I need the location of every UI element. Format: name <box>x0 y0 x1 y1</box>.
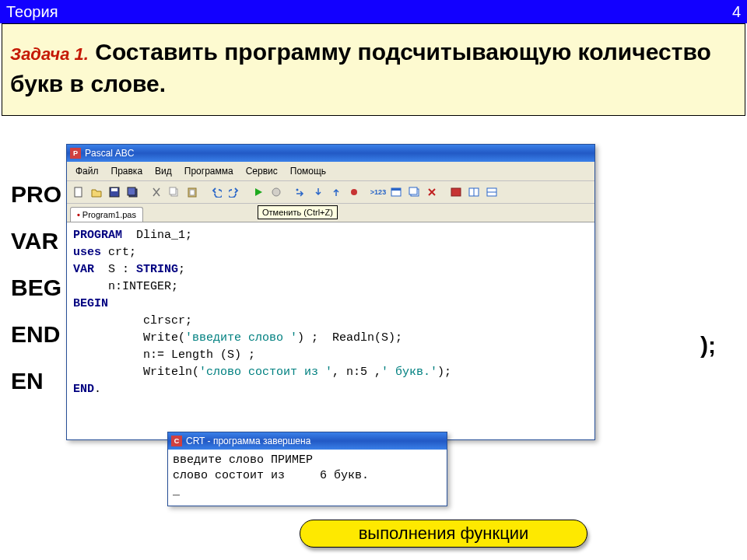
ide-window: P Pascal ABC Файл Правка Вид Программа С… <box>66 144 595 440</box>
ide-menubar: Файл Правка Вид Программа Сервис Помощь <box>67 162 594 181</box>
console-titlebar[interactable]: C CRT - программа завершена <box>168 432 447 450</box>
close-window-icon[interactable] <box>423 184 440 201</box>
pascal-abc-icon: P <box>70 148 81 159</box>
bg-fragment-paren: ); <box>700 332 716 359</box>
svg-rect-2 <box>111 188 117 191</box>
task-description: Составить программу подсчитывающую колич… <box>10 39 711 96</box>
multi-window-icon[interactable] <box>405 184 423 201</box>
panel-icon-1[interactable] <box>447 184 465 201</box>
save-icon[interactable] <box>106 184 123 201</box>
window-icon[interactable] <box>388 184 405 201</box>
ide-titlebar[interactable]: P Pascal ABC <box>67 145 594 162</box>
step-over-icon[interactable] <box>292 184 309 201</box>
step-out-icon[interactable] <box>328 184 345 201</box>
bottom-caption-pill: выполнения функции <box>300 520 587 548</box>
menu-view[interactable]: Вид <box>149 164 177 178</box>
ide-title: Pascal ABC <box>85 148 134 159</box>
run-icon[interactable] <box>250 184 267 201</box>
editor-tab[interactable]: •Program1.pas <box>70 207 143 222</box>
panel-icon-3[interactable] <box>483 184 500 201</box>
menu-service[interactable]: Сервис <box>240 164 283 178</box>
ide-toolbar: >123 <box>67 181 594 204</box>
undo-icon[interactable] <box>208 184 225 201</box>
bg-word: PRO <box>11 171 61 218</box>
menu-program[interactable]: Программа <box>179 164 239 178</box>
slide-header: Теория 4 <box>0 0 747 23</box>
ide-tabbar: •Program1.pas Отменить (Ctrl+Z) <box>67 204 594 222</box>
svg-point-9 <box>272 188 280 196</box>
paste-icon[interactable] <box>184 184 201 201</box>
console-window: C CRT - программа завершена введите слов… <box>167 432 447 506</box>
redo-icon[interactable] <box>226 184 243 201</box>
svg-rect-15 <box>409 187 417 194</box>
panel-icon-2[interactable] <box>465 184 482 201</box>
cut-icon[interactable] <box>148 184 165 201</box>
new-file-icon[interactable] <box>70 184 87 201</box>
breakpoint-icon[interactable] <box>345 184 363 201</box>
svg-point-10 <box>296 189 299 191</box>
svg-rect-16 <box>451 188 461 196</box>
svg-rect-0 <box>75 187 82 197</box>
task-box: Задача 1. Составить программу подсчитыва… <box>2 23 745 116</box>
menu-edit[interactable]: Правка <box>106 164 149 178</box>
stop-icon[interactable] <box>268 184 285 201</box>
task-line: Задача 1. Составить программу подсчитыва… <box>10 37 737 100</box>
bg-word: BEG <box>11 264 61 311</box>
svg-rect-6 <box>170 187 176 194</box>
tab-label: Program1.pas <box>82 210 136 219</box>
svg-rect-8 <box>190 190 195 195</box>
background-code-fragments: PRO VAR BEG END EN <box>11 171 61 404</box>
bg-word: EN <box>11 358 61 404</box>
console-output: введите слово ПРИМЕР слово состоит из 6 … <box>168 450 447 506</box>
bottom-caption-text: выполнения функции <box>359 523 529 544</box>
menu-help[interactable]: Помощь <box>285 164 331 178</box>
bg-word: VAR <box>11 218 61 264</box>
svg-rect-4 <box>128 187 135 195</box>
var-watch-icon[interactable]: >123 <box>370 184 387 201</box>
code-editor[interactable]: PROGRAM Dlina_1; uses crt; VAR S : STRIN… <box>67 222 594 439</box>
svg-rect-13 <box>391 188 401 191</box>
header-left: Теория <box>6 3 58 21</box>
undo-tooltip: Отменить (Ctrl+Z) <box>258 205 338 219</box>
step-into-icon[interactable] <box>310 184 327 201</box>
header-right: 4 <box>732 3 741 21</box>
svg-point-11 <box>351 189 357 195</box>
copy-icon[interactable] <box>166 184 183 201</box>
menu-file[interactable]: Файл <box>70 164 104 178</box>
save-all-icon[interactable] <box>124 184 141 201</box>
bg-word: END <box>11 311 61 358</box>
console-title: CRT - программа завершена <box>186 436 310 446</box>
open-file-icon[interactable] <box>88 184 105 201</box>
task-label: Задача 1. <box>10 44 89 64</box>
crt-icon: C <box>171 436 182 446</box>
